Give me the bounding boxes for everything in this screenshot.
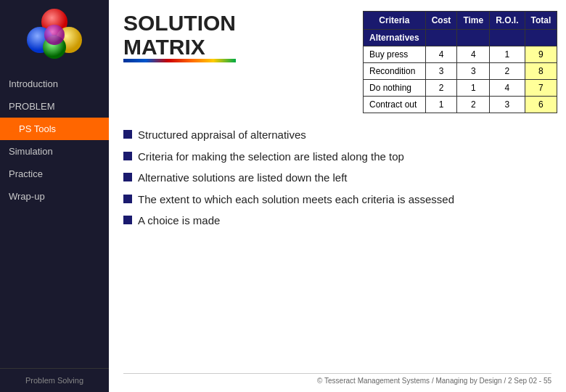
row-label: Do nothing bbox=[364, 80, 426, 97]
table-row: Contract out1236 bbox=[364, 97, 557, 113]
bullet-list: Structured appraisal of alternativesCrit… bbox=[123, 124, 551, 369]
bullet-icon bbox=[123, 152, 132, 160]
cell-value: 2 bbox=[425, 80, 457, 97]
page-title-block: SOLUTION MATRIX bbox=[123, 11, 236, 67]
roi-header: R.O.I. bbox=[490, 12, 525, 30]
sidebar-item-label: Simulation bbox=[9, 146, 53, 157]
cell-value: 3 bbox=[490, 97, 525, 113]
solution-matrix-table: Criteria Cost Time R.O.I. Total Alternat… bbox=[363, 11, 557, 113]
solution-matrix-table-area: Criteria Cost Time R.O.I. Total Alternat… bbox=[363, 11, 551, 113]
bullet-text: Criteria for making the selection are li… bbox=[138, 150, 404, 164]
table-row: Do nothing2147 bbox=[364, 80, 557, 97]
sidebar-item-wrapup[interactable]: Wrap-up bbox=[0, 185, 109, 208]
header-row: SOLUTION MATRIX Criteria Cost Time R.O.I… bbox=[123, 11, 551, 113]
empty-cell bbox=[457, 30, 490, 46]
svg-point-4 bbox=[44, 25, 65, 45]
empty-cell bbox=[425, 30, 457, 46]
cell-value: 9 bbox=[525, 46, 557, 63]
sidebar-footer-label: Problem Solving bbox=[25, 376, 83, 385]
sidebar-item-introduction[interactable]: Introduction bbox=[0, 73, 109, 95]
total-header: Total bbox=[525, 12, 557, 30]
cell-value: 2 bbox=[457, 97, 490, 113]
cell-value: 4 bbox=[457, 46, 490, 63]
cell-value: 1 bbox=[490, 46, 525, 63]
list-item: Criteria for making the selection are li… bbox=[123, 150, 551, 164]
cell-value: 1 bbox=[457, 80, 490, 97]
main-content: SOLUTION MATRIX Criteria Cost Time R.O.I… bbox=[109, 0, 566, 392]
cell-value: 1 bbox=[425, 97, 457, 113]
table-row: Recondition3328 bbox=[364, 63, 557, 80]
bullet-text: The extent to which each solution meets … bbox=[138, 192, 454, 207]
page-title: SOLUTION MATRIX bbox=[123, 11, 236, 59]
sidebar-item-label: Practice bbox=[9, 168, 43, 179]
criteria-header: Criteria bbox=[364, 12, 426, 30]
empty-cell bbox=[525, 30, 557, 46]
color-bar bbox=[123, 59, 236, 62]
row-label: Buy press bbox=[364, 46, 426, 63]
sidebar-item-label: Introduction bbox=[9, 78, 58, 89]
cell-value: 4 bbox=[490, 80, 525, 97]
cell-value: 4 bbox=[425, 46, 457, 63]
time-header: Time bbox=[457, 12, 490, 30]
bullet-text: Structured appraisal of alternatives bbox=[138, 128, 306, 142]
bullet-text: A choice is made bbox=[138, 213, 220, 228]
bullet-icon bbox=[123, 195, 132, 203]
row-label: Contract out bbox=[364, 97, 426, 113]
footer-text: © Tesseract Management Systems / Managin… bbox=[123, 373, 551, 385]
list-item: Alternative solutions are listed down th… bbox=[123, 171, 551, 185]
sidebar-item-label: PROBLEM bbox=[9, 101, 55, 112]
empty-cell bbox=[490, 30, 525, 46]
row-label: Recondition bbox=[364, 63, 426, 80]
sidebar-item-label: PS Tools bbox=[19, 123, 56, 134]
list-item: Structured appraisal of alternatives bbox=[123, 128, 551, 142]
bullet-text: Alternative solutions are listed down th… bbox=[138, 171, 348, 185]
sidebar: Introduction PROBLEM PS Tools Simulation… bbox=[0, 0, 109, 392]
cost-header: Cost bbox=[425, 12, 457, 30]
bullet-icon bbox=[123, 173, 132, 181]
bullet-icon bbox=[123, 130, 132, 139]
sidebar-footer: Problem Solving bbox=[0, 368, 109, 392]
cell-value: 2 bbox=[490, 63, 525, 80]
sidebar-item-label: Wrap-up bbox=[9, 191, 45, 202]
bullet-icon bbox=[123, 216, 132, 224]
active-indicator bbox=[9, 126, 15, 132]
sidebar-item-pstools[interactable]: PS Tools bbox=[0, 118, 109, 140]
sidebar-item-practice[interactable]: Practice bbox=[0, 163, 109, 185]
sidebar-item-problem[interactable]: PROBLEM bbox=[0, 95, 109, 118]
cell-value: 3 bbox=[457, 63, 490, 80]
list-item: The extent to which each solution meets … bbox=[123, 192, 551, 207]
cell-value: 6 bbox=[525, 97, 557, 113]
alternatives-label: Alternatives bbox=[364, 30, 426, 46]
sidebar-item-simulation[interactable]: Simulation bbox=[0, 140, 109, 163]
sidebar-nav: Introduction PROBLEM PS Tools Simulation… bbox=[0, 73, 109, 368]
cell-value: 3 bbox=[425, 63, 457, 80]
table-row: Buy press4419 bbox=[364, 46, 557, 63]
cell-value: 8 bbox=[525, 63, 557, 80]
cell-value: 7 bbox=[525, 80, 557, 97]
list-item: A choice is made bbox=[123, 213, 551, 228]
logo bbox=[25, 7, 83, 65]
content-area: Structured appraisal of alternativesCrit… bbox=[123, 124, 551, 369]
